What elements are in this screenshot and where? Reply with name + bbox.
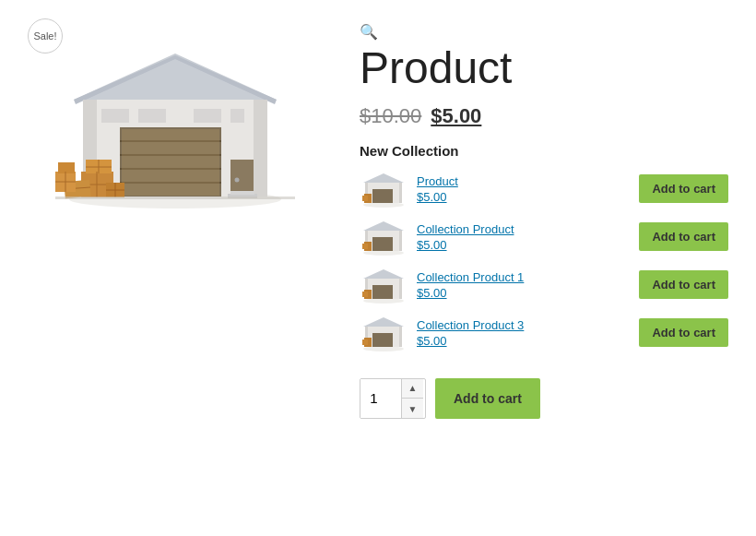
quantity-input[interactable] <box>360 378 401 419</box>
svg-rect-55 <box>372 285 393 299</box>
product-title: Product <box>360 44 728 93</box>
svg-marker-2 <box>74 54 277 100</box>
sale-badge: Sale! <box>28 18 63 54</box>
svg-marker-46 <box>363 221 404 231</box>
add-to-cart-button-1[interactable]: Add to cart <box>639 222 728 251</box>
item-info: Collection Product 1 $5.00 <box>417 269 630 300</box>
item-thumbnail <box>360 314 408 352</box>
collection-title: New Collection <box>360 143 728 159</box>
item-price[interactable]: $5.00 <box>417 334 630 348</box>
svg-rect-65 <box>399 327 402 347</box>
svg-rect-19 <box>230 191 254 195</box>
collection-item: Collection Product 1 $5.00 Add to cart <box>360 266 728 304</box>
svg-rect-32 <box>58 162 75 173</box>
svg-rect-51 <box>362 244 368 249</box>
svg-rect-49 <box>399 231 402 251</box>
svg-rect-43 <box>362 196 368 201</box>
item-thumbnail <box>360 218 408 256</box>
product-details-column: 🔍 Product $10.00 $5.00 New Collection <box>360 18 728 419</box>
item-thumbnail <box>360 266 408 304</box>
svg-marker-62 <box>363 317 404 327</box>
svg-rect-7 <box>138 109 166 123</box>
svg-marker-38 <box>363 173 404 183</box>
sale-price: $5.00 <box>431 104 481 128</box>
item-price[interactable]: $5.00 <box>417 286 630 300</box>
item-info: Collection Product $5.00 <box>417 221 630 252</box>
svg-rect-67 <box>362 339 368 345</box>
price-row: $10.00 $5.00 <box>360 104 728 128</box>
product-image-column: Sale! <box>28 18 323 419</box>
add-to-cart-button-0[interactable]: Add to cart <box>639 174 728 203</box>
main-product-image[interactable] <box>46 28 304 221</box>
bottom-cart-row: ▲ ▼ Add to cart <box>360 378 728 419</box>
item-name[interactable]: Collection Product <box>417 221 630 238</box>
original-price: $10.00 <box>360 104 421 128</box>
item-info: Product $5.00 <box>417 173 630 204</box>
item-name[interactable]: Product <box>417 173 630 190</box>
svg-rect-63 <box>372 333 393 347</box>
svg-rect-57 <box>399 279 402 299</box>
quantity-wrapper: ▲ ▼ <box>360 378 426 419</box>
item-thumbnail <box>360 170 408 208</box>
item-info: Collection Product 3 $5.00 <box>417 317 630 348</box>
svg-rect-15 <box>122 129 219 196</box>
add-to-cart-button-2[interactable]: Add to cart <box>639 270 728 299</box>
collection-list: Product $5.00 Add to cart <box>360 170 728 352</box>
main-add-to-cart-button[interactable]: Add to cart <box>435 378 540 419</box>
collection-item: Collection Product $5.00 Add to cart <box>360 218 728 256</box>
svg-rect-5 <box>254 100 267 197</box>
svg-rect-9 <box>230 109 244 123</box>
search-icon[interactable]: 🔍 <box>360 23 378 41</box>
collection-item: Product $5.00 Add to cart <box>360 170 728 208</box>
svg-point-17 <box>235 177 240 182</box>
svg-rect-39 <box>372 189 393 203</box>
item-price[interactable]: $5.00 <box>417 190 630 204</box>
quantity-down-button[interactable]: ▼ <box>402 399 423 419</box>
collection-item: Collection Product 3 $5.00 Add to cart <box>360 314 728 352</box>
quantity-spinners: ▲ ▼ <box>401 378 423 419</box>
item-price[interactable]: $5.00 <box>417 238 630 252</box>
svg-rect-47 <box>372 237 393 251</box>
item-name[interactable]: Collection Product 1 <box>417 269 630 286</box>
warehouse-illustration <box>55 35 295 215</box>
quantity-up-button[interactable]: ▲ <box>402 378 423 399</box>
item-name[interactable]: Collection Product 3 <box>417 317 630 334</box>
svg-rect-35 <box>55 197 295 199</box>
svg-rect-41 <box>399 183 402 203</box>
add-to-cart-button-3[interactable]: Add to cart <box>639 318 728 347</box>
svg-rect-59 <box>362 292 368 297</box>
svg-rect-8 <box>194 109 221 123</box>
svg-rect-6 <box>101 109 129 123</box>
svg-marker-54 <box>363 269 404 279</box>
